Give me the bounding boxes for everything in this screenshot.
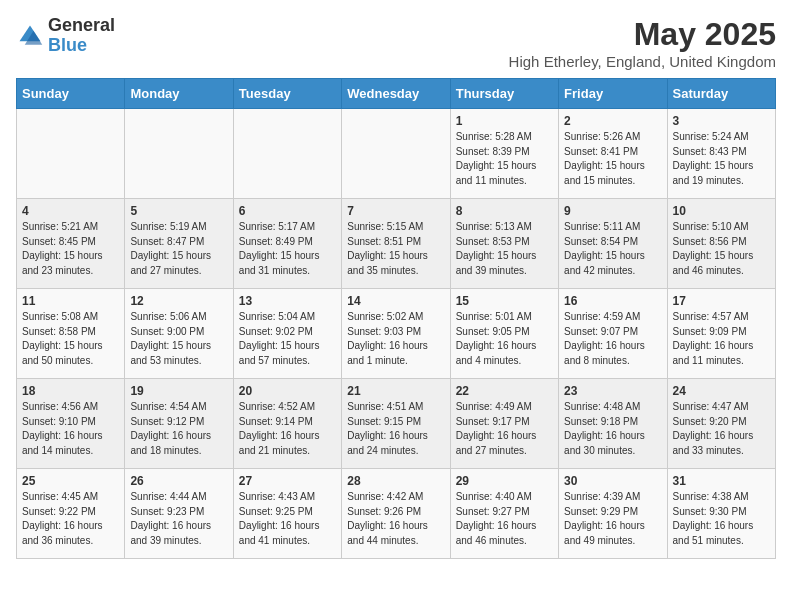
day-info: Sunrise: 5:01 AM Sunset: 9:05 PM Dayligh… [456,310,553,368]
day-info: Sunrise: 5:06 AM Sunset: 9:00 PM Dayligh… [130,310,227,368]
day-info: Sunrise: 4:39 AM Sunset: 9:29 PM Dayligh… [564,490,661,548]
logo: General Blue [16,16,115,56]
day-info: Sunrise: 5:19 AM Sunset: 8:47 PM Dayligh… [130,220,227,278]
day-number: 8 [456,204,553,218]
day-info: Sunrise: 5:28 AM Sunset: 8:39 PM Dayligh… [456,130,553,188]
day-number: 5 [130,204,227,218]
day-info: Sunrise: 4:51 AM Sunset: 9:15 PM Dayligh… [347,400,444,458]
calendar-cell: 10Sunrise: 5:10 AM Sunset: 8:56 PM Dayli… [667,199,775,289]
day-number: 16 [564,294,661,308]
calendar-cell: 29Sunrise: 4:40 AM Sunset: 9:27 PM Dayli… [450,469,558,559]
day-number: 27 [239,474,336,488]
header-thursday: Thursday [450,79,558,109]
day-number: 18 [22,384,119,398]
logo-text: General Blue [48,16,115,56]
header-wednesday: Wednesday [342,79,450,109]
calendar-cell: 15Sunrise: 5:01 AM Sunset: 9:05 PM Dayli… [450,289,558,379]
day-number: 6 [239,204,336,218]
week-row-3: 18Sunrise: 4:56 AM Sunset: 9:10 PM Dayli… [17,379,776,469]
day-number: 10 [673,204,770,218]
calendar-cell: 13Sunrise: 5:04 AM Sunset: 9:02 PM Dayli… [233,289,341,379]
day-info: Sunrise: 4:42 AM Sunset: 9:26 PM Dayligh… [347,490,444,548]
day-info: Sunrise: 5:21 AM Sunset: 8:45 PM Dayligh… [22,220,119,278]
day-number: 13 [239,294,336,308]
day-info: Sunrise: 4:40 AM Sunset: 9:27 PM Dayligh… [456,490,553,548]
calendar-cell [125,109,233,199]
subtitle: High Etherley, England, United Kingdom [509,53,776,70]
calendar-cell: 18Sunrise: 4:56 AM Sunset: 9:10 PM Dayli… [17,379,125,469]
header-monday: Monday [125,79,233,109]
calendar-cell: 2Sunrise: 5:26 AM Sunset: 8:41 PM Daylig… [559,109,667,199]
day-number: 30 [564,474,661,488]
calendar-cell: 5Sunrise: 5:19 AM Sunset: 8:47 PM Daylig… [125,199,233,289]
day-number: 26 [130,474,227,488]
day-number: 7 [347,204,444,218]
day-number: 19 [130,384,227,398]
day-number: 11 [22,294,119,308]
day-number: 2 [564,114,661,128]
header-sunday: Sunday [17,79,125,109]
header-row: SundayMondayTuesdayWednesdayThursdayFrid… [17,79,776,109]
day-info: Sunrise: 4:38 AM Sunset: 9:30 PM Dayligh… [673,490,770,548]
day-info: Sunrise: 5:02 AM Sunset: 9:03 PM Dayligh… [347,310,444,368]
calendar-cell: 23Sunrise: 4:48 AM Sunset: 9:18 PM Dayli… [559,379,667,469]
day-number: 20 [239,384,336,398]
day-info: Sunrise: 5:08 AM Sunset: 8:58 PM Dayligh… [22,310,119,368]
day-number: 29 [456,474,553,488]
calendar-cell [233,109,341,199]
calendar-cell: 7Sunrise: 5:15 AM Sunset: 8:51 PM Daylig… [342,199,450,289]
header-saturday: Saturday [667,79,775,109]
calendar-cell: 16Sunrise: 4:59 AM Sunset: 9:07 PM Dayli… [559,289,667,379]
calendar-cell: 25Sunrise: 4:45 AM Sunset: 9:22 PM Dayli… [17,469,125,559]
calendar-table: SundayMondayTuesdayWednesdayThursdayFrid… [16,78,776,559]
calendar-cell: 26Sunrise: 4:44 AM Sunset: 9:23 PM Dayli… [125,469,233,559]
day-number: 3 [673,114,770,128]
title-area: May 2025 High Etherley, England, United … [509,16,776,70]
calendar-cell: 24Sunrise: 4:47 AM Sunset: 9:20 PM Dayli… [667,379,775,469]
calendar-header: SundayMondayTuesdayWednesdayThursdayFrid… [17,79,776,109]
day-info: Sunrise: 4:47 AM Sunset: 9:20 PM Dayligh… [673,400,770,458]
day-info: Sunrise: 4:59 AM Sunset: 9:07 PM Dayligh… [564,310,661,368]
day-number: 4 [22,204,119,218]
calendar-cell: 31Sunrise: 4:38 AM Sunset: 9:30 PM Dayli… [667,469,775,559]
day-info: Sunrise: 5:11 AM Sunset: 8:54 PM Dayligh… [564,220,661,278]
week-row-2: 11Sunrise: 5:08 AM Sunset: 8:58 PM Dayli… [17,289,776,379]
calendar-cell: 28Sunrise: 4:42 AM Sunset: 9:26 PM Dayli… [342,469,450,559]
day-number: 24 [673,384,770,398]
day-number: 17 [673,294,770,308]
week-row-4: 25Sunrise: 4:45 AM Sunset: 9:22 PM Dayli… [17,469,776,559]
calendar-cell: 19Sunrise: 4:54 AM Sunset: 9:12 PM Dayli… [125,379,233,469]
calendar-cell: 4Sunrise: 5:21 AM Sunset: 8:45 PM Daylig… [17,199,125,289]
day-number: 31 [673,474,770,488]
day-number: 15 [456,294,553,308]
calendar-cell [17,109,125,199]
calendar-cell: 27Sunrise: 4:43 AM Sunset: 9:25 PM Dayli… [233,469,341,559]
day-number: 14 [347,294,444,308]
calendar-cell: 1Sunrise: 5:28 AM Sunset: 8:39 PM Daylig… [450,109,558,199]
day-number: 28 [347,474,444,488]
day-info: Sunrise: 5:10 AM Sunset: 8:56 PM Dayligh… [673,220,770,278]
calendar-cell: 6Sunrise: 5:17 AM Sunset: 8:49 PM Daylig… [233,199,341,289]
day-info: Sunrise: 5:24 AM Sunset: 8:43 PM Dayligh… [673,130,770,188]
calendar-cell: 14Sunrise: 5:02 AM Sunset: 9:03 PM Dayli… [342,289,450,379]
main-title: May 2025 [509,16,776,53]
day-number: 1 [456,114,553,128]
calendar-body: 1Sunrise: 5:28 AM Sunset: 8:39 PM Daylig… [17,109,776,559]
day-info: Sunrise: 4:45 AM Sunset: 9:22 PM Dayligh… [22,490,119,548]
logo-icon [16,22,44,50]
day-info: Sunrise: 4:56 AM Sunset: 9:10 PM Dayligh… [22,400,119,458]
logo-blue: Blue [48,35,87,55]
day-info: Sunrise: 5:17 AM Sunset: 8:49 PM Dayligh… [239,220,336,278]
header: General Blue May 2025 High Etherley, Eng… [16,16,776,70]
day-info: Sunrise: 4:48 AM Sunset: 9:18 PM Dayligh… [564,400,661,458]
calendar-cell: 9Sunrise: 5:11 AM Sunset: 8:54 PM Daylig… [559,199,667,289]
day-number: 25 [22,474,119,488]
day-info: Sunrise: 4:44 AM Sunset: 9:23 PM Dayligh… [130,490,227,548]
calendar-cell: 3Sunrise: 5:24 AM Sunset: 8:43 PM Daylig… [667,109,775,199]
calendar-cell: 30Sunrise: 4:39 AM Sunset: 9:29 PM Dayli… [559,469,667,559]
day-info: Sunrise: 5:04 AM Sunset: 9:02 PM Dayligh… [239,310,336,368]
day-number: 22 [456,384,553,398]
calendar-cell: 21Sunrise: 4:51 AM Sunset: 9:15 PM Dayli… [342,379,450,469]
day-number: 9 [564,204,661,218]
logo-general: General [48,15,115,35]
